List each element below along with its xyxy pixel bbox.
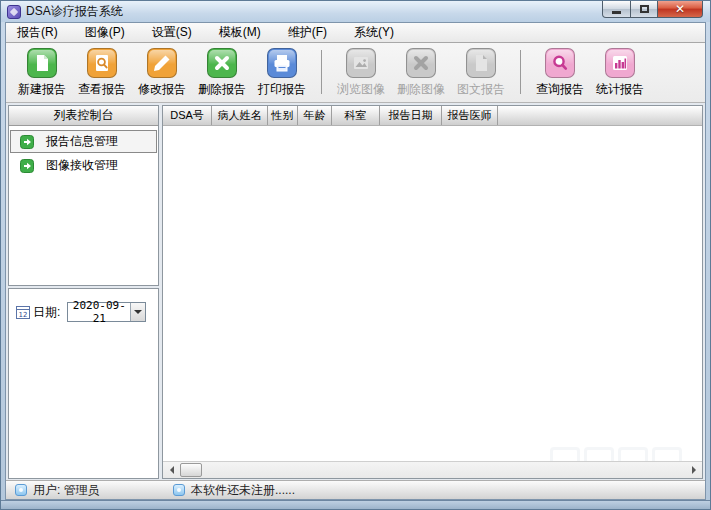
edit-report-icon [147,48,177,78]
user-status-text: 用户: 管理员 [33,482,100,499]
app-window: DSA诊疗报告系统 ✕ 报告(R) 图像(P) 设置(S) 模板(M) 维护(F… [0,0,711,510]
maximize-icon [640,5,649,13]
sidebar-item-report-info[interactable]: 报告信息管理 [10,130,157,153]
calendar-icon: 12 [16,306,30,319]
column-header-department[interactable]: 科室 [332,106,380,125]
menu-report[interactable]: 报告(R) [17,24,58,41]
delete-report-button[interactable]: 删除报告 [192,48,252,98]
window-bottom-frame [1,500,710,509]
green-arrow-icon [20,135,34,149]
sidebar-item-image-receive[interactable]: 图像接收管理 [10,154,157,177]
query-report-icon [545,48,575,78]
view-report-icon [87,48,117,78]
menu-maintain[interactable]: 维护(F) [288,24,327,41]
new-report-icon [27,48,57,78]
stats-report-button[interactable]: 统计报告 [590,48,650,98]
status-user-section: 用户: 管理员 [15,482,173,499]
close-button[interactable]: ✕ [658,1,703,18]
close-icon: ✕ [675,2,685,16]
maximize-button[interactable] [631,1,658,18]
table-header: DSA号 病人姓名 性别 年龄 科室 报告日期 报告医师 [163,106,702,126]
date-panel: 12 日期: 2020-09-21 [8,288,159,479]
window-controls: ✕ [602,1,703,18]
table-body[interactable] [163,126,702,461]
column-header-dsa-no[interactable]: DSA号 [163,106,212,125]
content-area: 列表控制台 报告信息管理 图像接收管理 12 [6,103,705,480]
app-icon [7,5,21,19]
column-header-filler [498,106,702,125]
menu-settings[interactable]: 设置(S) [152,24,192,41]
sidebar-header: 列表控制台 [9,106,158,126]
menu-system[interactable]: 系统(Y) [354,24,394,41]
column-header-patient[interactable]: 病人姓名 [212,106,268,125]
date-select[interactable]: 2020-09-21 [67,302,146,322]
menu-template[interactable]: 模板(M) [219,24,261,41]
status-bar: 用户: 管理员 本软件还未注册...... [6,480,705,499]
toolbar: 新建报告 查看报告 修改报告 删除报告 [6,43,705,103]
sidebar-item-label: 图像接收管理 [46,157,118,174]
list-console-panel: 列表控制台 报告信息管理 图像接收管理 [8,105,159,286]
view-report-button[interactable]: 查看报告 [72,48,132,98]
print-report-button[interactable]: 打印报告 [252,48,312,98]
user-status-icon [15,484,27,496]
image-text-report-icon [466,48,496,78]
scroll-left-icon[interactable] [163,462,179,478]
report-table-panel: DSA号 病人姓名 性别 年龄 科室 报告日期 报告医师 [162,105,703,479]
register-status-icon [173,484,185,496]
dropdown-arrow-icon[interactable] [130,303,145,321]
date-label: 日期: [33,304,60,321]
status-register-section: 本软件还未注册...... [173,482,295,499]
delete-image-button: 删除图像 [391,48,451,98]
sidebar-item-label: 报告信息管理 [46,133,118,150]
edit-report-button[interactable]: 修改报告 [132,48,192,98]
minimize-icon [612,11,621,14]
sidebar-list: 报告信息管理 图像接收管理 [9,126,158,178]
stats-report-icon [605,48,635,78]
date-value: 2020-09-21 [68,299,130,325]
column-header-age[interactable]: 年龄 [298,106,332,125]
delete-image-icon [406,48,436,78]
green-arrow-icon [20,159,34,173]
column-header-gender[interactable]: 性别 [268,106,298,125]
image-text-report-button: 图文报告 [451,48,511,98]
horizontal-scrollbar[interactable] [163,461,702,478]
minimize-button[interactable] [602,1,631,18]
scroll-right-icon[interactable] [686,462,702,478]
scrollbar-thumb[interactable] [180,463,202,477]
toolbar-separator [520,50,521,94]
toolbar-separator [321,50,322,94]
svg-text:12: 12 [19,310,28,318]
register-status-text: 本软件还未注册...... [191,482,295,499]
menu-bar: 报告(R) 图像(P) 设置(S) 模板(M) 维护(F) 系统(Y) [6,23,705,43]
sidebar: 列表控制台 报告信息管理 图像接收管理 12 [8,105,159,479]
delete-report-icon [207,48,237,78]
browse-image-button: 浏览图像 [331,48,391,98]
new-report-button[interactable]: 新建报告 [12,48,72,98]
column-header-report-date[interactable]: 报告日期 [380,106,442,125]
query-report-button[interactable]: 查询报告 [530,48,590,98]
column-header-physician[interactable]: 报告医师 [442,106,498,125]
window-title: DSA诊疗报告系统 [26,3,123,20]
browse-image-icon [346,48,376,78]
menu-image[interactable]: 图像(P) [85,24,125,41]
title-bar[interactable]: DSA诊疗报告系统 ✕ [1,1,710,22]
print-report-icon [267,48,297,78]
